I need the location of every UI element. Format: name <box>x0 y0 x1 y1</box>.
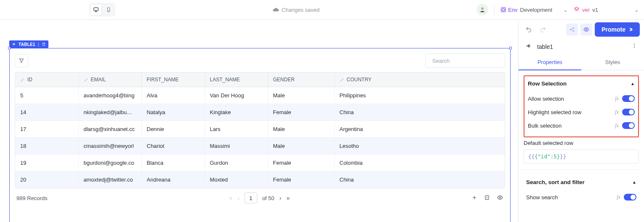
resize-handle[interactable] <box>8 47 11 49</box>
table-row[interactable]: 19bgurdoni@google.coBlancaGurdonFemaleCo… <box>15 155 505 171</box>
search-input[interactable] <box>432 58 503 64</box>
cell-id[interactable]: 5 <box>15 87 78 104</box>
cell-first_name[interactable]: Blanca <box>141 155 205 171</box>
mobile-device-button[interactable] <box>103 4 114 15</box>
desktop-device-button[interactable] <box>90 4 101 15</box>
cell-email[interactable]: avanderhoog4@bing <box>78 87 141 104</box>
footer-actions <box>471 195 503 202</box>
column-header-country[interactable]: COUNTRY <box>334 72 505 87</box>
env-selector[interactable]: Env Development ⌄ <box>500 7 568 13</box>
tab-styles[interactable]: Styles <box>581 55 644 70</box>
visibility-button[interactable] <box>497 195 503 202</box>
column-header-gender[interactable]: GENDER <box>268 72 334 87</box>
row-selection-section: Row Selection ▲ Allow selection fx Highl… <box>524 75 639 137</box>
cell-gender[interactable]: Male <box>268 87 334 104</box>
cell-last_name[interactable]: Lars <box>205 121 268 138</box>
search-box[interactable] <box>425 53 505 68</box>
column-header-last_name[interactable]: LAST_NAME <box>205 72 268 87</box>
collapse-toggle[interactable]: ▲ <box>631 81 635 86</box>
cell-country[interactable]: Lesotho <box>334 138 505 155</box>
first-page-button[interactable]: « <box>229 195 232 201</box>
cell-country[interactable]: China <box>334 104 505 121</box>
trash-icon[interactable] <box>42 42 46 46</box>
svg-point-11 <box>570 29 571 30</box>
table-row[interactable]: 17dlarsg@xinhuanet.ccDennieLarsMaleArgen… <box>15 121 505 138</box>
collapse-toggle[interactable]: ▲ <box>632 180 636 185</box>
cell-country[interactable]: China <box>334 171 505 188</box>
highlight-row-toggle[interactable] <box>622 109 635 115</box>
undo-button[interactable] <box>523 24 535 35</box>
cell-first_name[interactable]: Natalya <box>141 104 205 121</box>
cell-gender[interactable]: Female <box>268 155 334 171</box>
fx-button[interactable]: fx <box>615 96 619 102</box>
fx-button[interactable]: fx <box>617 194 620 201</box>
prev-page-button[interactable]: ‹ <box>237 195 240 201</box>
filter-button[interactable] <box>15 54 28 67</box>
version-selector[interactable]: ver v1 ⌄ <box>574 6 639 13</box>
redo-button[interactable] <box>537 24 549 35</box>
cell-last_name[interactable]: Van Der Hoog <box>205 87 268 104</box>
cell-id[interactable]: 17 <box>15 121 78 138</box>
cell-id[interactable]: 19 <box>15 155 78 171</box>
cell-gender[interactable]: Female <box>268 104 334 121</box>
cell-email[interactable]: cmassimih@newyorl <box>78 138 141 155</box>
cell-last_name[interactable]: Kinglake <box>205 104 268 121</box>
cell-email[interactable]: dlarsg@xinhuanet.cc <box>78 121 141 138</box>
cell-country[interactable]: Philippines <box>334 87 505 104</box>
fx-button[interactable]: fx <box>615 123 619 129</box>
cell-gender[interactable]: Male <box>268 121 334 138</box>
table-row[interactable]: 14nkinglaked@jalbum.netNatalyaKinglakeFe… <box>15 104 505 121</box>
next-page-button[interactable]: › <box>279 195 282 201</box>
column-label: FIRST_NAME <box>147 77 179 83</box>
device-toggle-group <box>89 3 115 16</box>
ver-value: v1 <box>592 7 598 13</box>
avatar[interactable] <box>476 4 488 16</box>
table-row[interactable]: 5avanderhoog4@bingAlvaVan Der HoogMalePh… <box>15 87 505 104</box>
column-header-email[interactable]: EMAIL <box>78 72 141 87</box>
canvas: TABLE1 | <box>0 20 518 222</box>
cell-email[interactable]: bgurdoni@google.co <box>78 155 141 171</box>
add-row-button[interactable] <box>471 195 477 202</box>
allow-selection-toggle[interactable] <box>622 95 635 102</box>
download-button[interactable] <box>484 195 490 202</box>
cell-first_name[interactable]: Dennie <box>141 121 205 138</box>
cell-gender[interactable]: Female <box>268 171 334 188</box>
more-menu-button[interactable] <box>631 43 637 50</box>
table-row[interactable]: 18cmassimih@newyorlChariotMassimiMaleLes… <box>15 138 505 155</box>
cell-last_name[interactable]: Gurdon <box>205 155 268 171</box>
highlight-row-label: Highlight selected row <box>528 109 581 115</box>
cell-id[interactable]: 14 <box>15 104 78 121</box>
cell-country[interactable]: Argentina <box>334 121 505 138</box>
cell-email[interactable]: amoxtedj@twitter.co <box>78 171 141 188</box>
table-toolbar <box>15 53 505 68</box>
fx-button[interactable]: fx <box>615 109 619 115</box>
promote-button[interactable]: Promote <box>595 22 640 37</box>
column-header-id[interactable]: ID <box>15 72 78 87</box>
back-button[interactable] <box>525 43 532 51</box>
cell-country[interactable]: Colombia <box>334 155 505 171</box>
table-component[interactable]: IDEMAILFIRST_NAMELAST_NAMEGENDERCOUNTRY … <box>9 48 511 222</box>
cell-first_name[interactable]: Alva <box>141 87 205 104</box>
eye-icon <box>497 195 503 201</box>
cell-id[interactable]: 20 <box>15 171 78 188</box>
page-input[interactable] <box>245 193 257 203</box>
cell-id[interactable]: 18 <box>15 138 78 155</box>
resize-handle[interactable] <box>509 47 512 49</box>
search-sort-filter-section: Search, sort and filter ▲ Show search fx <box>524 176 639 210</box>
preview-button[interactable] <box>580 24 592 35</box>
cell-first_name[interactable]: Chariot <box>141 138 205 155</box>
cell-first_name[interactable]: Andreana <box>141 171 205 188</box>
bulk-selection-toggle[interactable] <box>622 122 635 129</box>
cell-email[interactable]: nkinglaked@jalbum.net <box>78 104 141 121</box>
default-row-input[interactable]: {{{"id":5}}} <box>524 150 639 163</box>
cell-last_name[interactable]: Moxted <box>205 171 268 188</box>
tab-properties[interactable]: Properties <box>519 55 581 70</box>
cell-gender[interactable]: Male <box>268 138 334 155</box>
last-page-button[interactable]: » <box>286 195 290 201</box>
show-search-toggle[interactable] <box>624 194 636 201</box>
component-tag[interactable]: TABLE1 | <box>9 40 48 48</box>
table-row[interactable]: 20amoxtedj@twitter.coAndreanaMoxtedFemal… <box>15 171 505 188</box>
share-button[interactable] <box>566 24 578 35</box>
column-header-first_name[interactable]: FIRST_NAME <box>141 72 205 87</box>
cell-last_name[interactable]: Massimi <box>205 138 268 155</box>
